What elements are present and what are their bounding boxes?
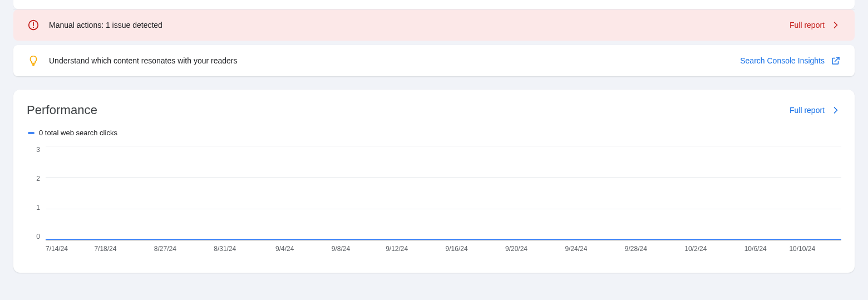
x-tick: 9/8/24 [332,245,350,253]
performance-title: Performance [27,103,790,117]
performance-full-report-link[interactable]: Full report [790,105,841,116]
y-tick: 1 [36,204,40,212]
x-tick: 10/2/24 [684,245,707,253]
x-tick: 8/31/24 [214,245,236,253]
x-tick: 7/18/24 [94,245,116,253]
insights-tip-text: Understand which content resonates with … [49,56,740,65]
chart-series-line [46,239,841,240]
x-tick: 7/14/24 [46,245,68,253]
x-tick: 9/20/24 [505,245,527,253]
manual-actions-text: Manual actions: 1 issue detected [49,21,790,29]
chart-plot-area [46,146,841,240]
x-tick: 8/27/24 [154,245,176,253]
x-tick: 10/10/24 [789,245,815,253]
gridline [46,146,841,146]
previous-card-bottom [13,0,855,9]
x-tick: 9/24/24 [565,245,587,253]
clicks-chart: 3 2 1 0 7/14/24 7/18/24 8/27/24 8/31/24 … [27,146,841,257]
x-tick: 9/28/24 [625,245,647,253]
x-tick: 9/12/24 [386,245,408,253]
chart-legend: 0 total web search clicks [28,129,841,137]
external-link-icon [830,55,841,66]
insights-link-label: Search Console Insights [740,56,825,65]
x-tick: 9/16/24 [446,245,468,253]
insights-tip-bar[interactable]: Understand which content resonates with … [13,45,855,76]
performance-full-report-label: Full report [790,106,825,115]
chevron-right-icon [830,105,841,116]
error-icon [27,18,40,32]
svg-point-2 [33,27,34,28]
lightbulb-icon [27,54,40,67]
full-report-label: Full report [790,21,825,29]
gridline [46,177,841,178]
y-tick: 0 [36,233,40,240]
y-tick: 2 [36,175,40,183]
y-tick: 3 [36,146,40,154]
chart-x-axis: 7/14/24 7/18/24 8/27/24 8/31/24 9/4/24 9… [46,245,841,253]
performance-card: Performance Full report 0 total web sear… [13,90,855,273]
legend-swatch [28,132,34,134]
manual-actions-alert[interactable]: Manual actions: 1 issue detected Full re… [13,9,855,41]
search-console-insights-link[interactable]: Search Console Insights [740,55,841,66]
chart-y-axis: 3 2 1 0 [27,146,46,240]
x-tick: 10/6/24 [744,245,767,253]
chevron-right-icon [830,19,841,31]
x-tick: 9/4/24 [275,245,294,253]
legend-label: 0 total web search clicks [39,129,117,137]
manual-actions-full-report-link[interactable]: Full report [790,19,841,31]
gridline [46,209,841,209]
